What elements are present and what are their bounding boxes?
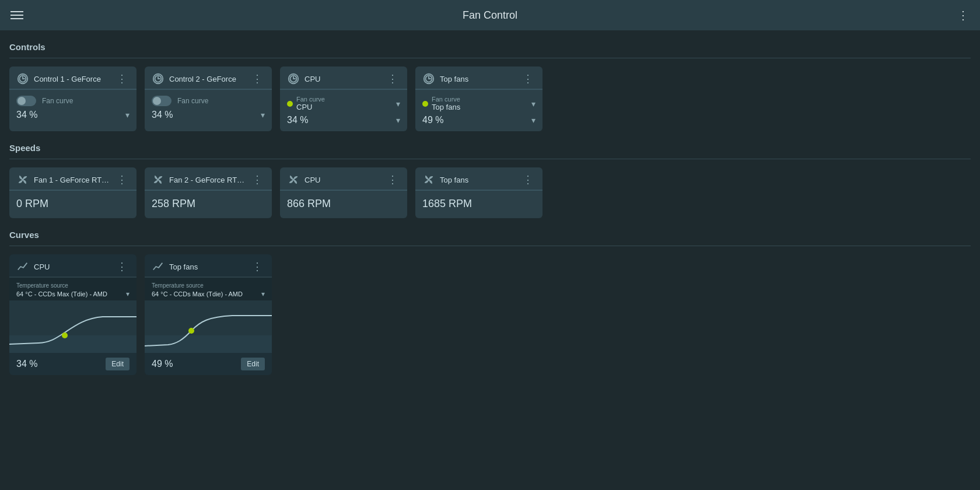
svg-point-4: [22, 178, 24, 181]
svg-point-5: [157, 178, 159, 181]
app-title: Fan Control: [463, 9, 517, 22]
control-card-2-title: Control 2 - GeForce: [169, 75, 236, 83]
curve-card-topfans-temp-value: 64 °C - CCDs Max (Tdie) - AMD: [152, 290, 243, 298]
control-card-cpu-expand-btn[interactable]: ▾: [396, 116, 400, 125]
control-card-topfans-header: Top fans ⋮: [415, 66, 542, 90]
control-card-topfans-expand-btn[interactable]: ▾: [531, 116, 536, 125]
control-card-2-body: Fan curve 34 % ▾: [145, 90, 272, 126]
control-card-topfans-menu-btn[interactable]: ⋮: [520, 72, 536, 85]
curve-card-topfans-temp-row: Temperature source 64 °C - CCDs Max (Tdi…: [145, 278, 272, 300]
curve-card-cpu-header: CPU ⋮: [9, 254, 136, 278]
curve-icon-cpu: [16, 260, 29, 273]
curve-card-topfans-title: Top fans: [169, 262, 198, 271]
speed-card-fan2: Fan 2 - GeForce RT… ⋮ 258 RPM: [145, 167, 272, 218]
curve-card-cpu-title: CPU: [34, 262, 50, 271]
fan-icon-topfans: [422, 173, 435, 186]
speed-card-fan1-menu-btn[interactable]: ⋮: [114, 173, 130, 186]
svg-point-7: [428, 178, 430, 181]
svg-point-9: [62, 332, 68, 338]
speed-card-topfans-title: Top fans: [440, 176, 468, 184]
speeds-divider: [9, 159, 971, 159]
control-card-cpu-select-expand[interactable]: ▾: [396, 99, 400, 108]
control-card-topfans-select-expand[interactable]: ▾: [531, 99, 536, 108]
control-card-topfans-body: Fan curve Top fans ▾ 49 % ▾: [415, 90, 542, 131]
svg-rect-10: [145, 335, 272, 353]
fan-icon-1: [16, 173, 29, 186]
hamburger-menu-button[interactable]: [10, 9, 23, 22]
speed-card-fan1-header: Fan 1 - GeForce RT… ⋮: [9, 167, 136, 191]
curve-card-topfans: Top fans ⋮ Temperature source 64 °C - CC…: [145, 254, 272, 375]
control-card-cpu-mode-label: Fan curve: [296, 96, 393, 103]
header-more-options-button[interactable]: ⋮: [957, 8, 970, 22]
curve-chart-topfans[interactable]: [145, 300, 272, 353]
speed-card-cpu: CPU ⋮ 866 RPM: [280, 167, 407, 218]
control-card-2-menu-btn[interactable]: ⋮: [250, 72, 265, 85]
control-card-1: Control 1 - GeForce ⋮ Fan curve 34 % ▾: [9, 66, 136, 131]
control-icon-topfans: [422, 72, 435, 85]
control-card-cpu-body: Fan curve CPU ▾ 34 % ▾: [280, 90, 407, 131]
control-card-cpu-header: CPU ⋮: [280, 66, 407, 90]
curve-card-topfans-edit-btn[interactable]: Edit: [241, 358, 265, 370]
control-card-1-percent: 34 %: [16, 110, 37, 120]
curve-card-cpu: CPU ⋮ Temperature source 64 °C - CCDs Ma…: [9, 254, 136, 375]
main-content: Controls Control 1 - GeForce ⋮ Fan: [0, 30, 980, 395]
control-card-1-header: Control 1 - GeForce ⋮: [9, 66, 136, 90]
control-card-cpu-menu-btn[interactable]: ⋮: [385, 72, 400, 85]
svg-rect-8: [9, 335, 136, 353]
curves-divider: [9, 246, 971, 246]
app-header: Fan Control ⋮: [0, 0, 980, 30]
curve-card-cpu-temp-label: Temperature source: [16, 282, 130, 289]
curve-card-topfans-percent: 49 %: [152, 359, 173, 369]
curve-card-cpu-footer: 34 % Edit: [9, 353, 136, 375]
curve-card-topfans-temp-chevron[interactable]: ▾: [261, 290, 265, 298]
control-card-2-percent: 34 %: [152, 110, 173, 120]
control-card-topfans-mode-label: Fan curve: [432, 96, 528, 103]
curve-card-cpu-menu-btn[interactable]: ⋮: [114, 260, 130, 273]
control-card-cpu-title: CPU: [304, 75, 320, 83]
control-card-1-body: Fan curve 34 % ▾: [9, 90, 136, 126]
curve-card-cpu-temp-value: 64 °C - CCDs Max (Tdie) - AMD: [16, 290, 107, 298]
speed-card-fan2-header: Fan 2 - GeForce RT… ⋮: [145, 167, 272, 191]
speed-card-topfans-rpm: 1685 RPM: [415, 191, 542, 218]
fan-icon-2: [152, 173, 164, 186]
speed-card-fan1: Fan 1 - GeForce RT… ⋮ 0 RPM: [9, 167, 136, 218]
svg-point-6: [292, 178, 295, 181]
speeds-cards-row: Fan 1 - GeForce RT… ⋮ 0 RPM Fan 2 - GeFo…: [9, 167, 971, 218]
control-card-2-header: Control 2 - GeForce ⋮: [145, 66, 272, 90]
control-card-topfans-title: Top fans: [440, 75, 468, 83]
control-icon-1: [16, 72, 29, 85]
control-card-1-mode: Fan curve: [42, 97, 73, 105]
control-card-2-mode: Fan curve: [177, 97, 208, 105]
speed-card-topfans: Top fans ⋮ 1685 RPM: [415, 167, 542, 218]
control-icon-cpu: [287, 72, 300, 85]
control-card-1-toggle[interactable]: [16, 96, 36, 106]
curve-chart-cpu[interactable]: [9, 300, 136, 353]
curve-card-topfans-header: Top fans ⋮: [145, 254, 272, 278]
control-card-1-menu-btn[interactable]: ⋮: [114, 72, 130, 85]
curve-card-cpu-percent: 34 %: [16, 359, 37, 369]
control-card-cpu: CPU ⋮ Fan curve CPU ▾ 34 % ▾: [280, 66, 407, 131]
control-card-2-toggle[interactable]: [152, 96, 172, 106]
control-card-1-title: Control 1 - GeForce: [34, 75, 101, 83]
control-card-2: Control 2 - GeForce ⋮ Fan curve 34 % ▾: [145, 66, 272, 131]
curve-card-topfans-temp-label: Temperature source: [152, 282, 265, 289]
control-card-cpu-active-dot: [287, 101, 293, 107]
speed-card-topfans-menu-btn[interactable]: ⋮: [520, 173, 536, 186]
control-icon-2: [152, 72, 164, 85]
curves-cards-row: CPU ⋮ Temperature source 64 °C - CCDs Ma…: [9, 254, 971, 375]
curve-card-cpu-temp-chevron[interactable]: ▾: [126, 290, 130, 298]
speed-card-fan2-menu-btn[interactable]: ⋮: [250, 173, 265, 186]
speed-card-cpu-menu-btn[interactable]: ⋮: [385, 173, 400, 186]
control-card-topfans-percent: 49 %: [422, 115, 443, 125]
curve-card-cpu-temp-row: Temperature source 64 °C - CCDs Max (Tdi…: [9, 278, 136, 300]
curve-icon-topfans: [152, 260, 164, 273]
speed-card-topfans-header: Top fans ⋮: [415, 167, 542, 191]
control-card-1-expand-btn[interactable]: ▾: [125, 110, 130, 120]
control-card-topfans: Top fans ⋮ Fan curve Top fans ▾ 49 % ▾: [415, 66, 542, 131]
control-card-2-expand-btn[interactable]: ▾: [261, 110, 265, 120]
curve-card-topfans-footer: 49 % Edit: [145, 353, 272, 375]
controls-section-title: Controls: [9, 42, 971, 52]
curve-card-topfans-menu-btn[interactable]: ⋮: [250, 260, 265, 273]
curve-card-cpu-edit-btn[interactable]: Edit: [106, 358, 130, 370]
svg-point-11: [188, 328, 194, 334]
